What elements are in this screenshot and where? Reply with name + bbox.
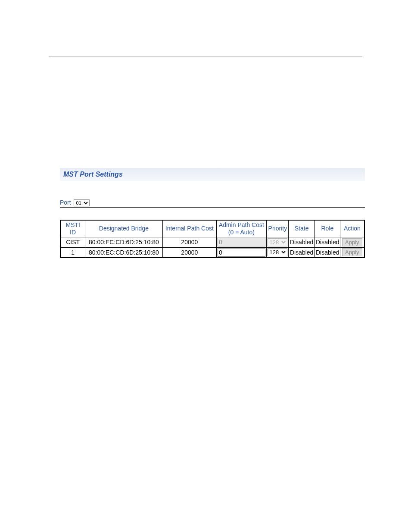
col-header-action: Action [340, 220, 364, 237]
apply-button[interactable]: Apply [342, 248, 362, 256]
cell-priority: 128 [266, 247, 289, 258]
priority-select[interactable]: 128 [268, 248, 288, 256]
table-body: CIST 80:00:EC:CD:6D:25:10:80 20000 128 D… [60, 237, 364, 258]
table-row: CIST 80:00:EC:CD:6D:25:10:80 20000 128 D… [60, 237, 364, 247]
col-header-state: State [289, 220, 315, 237]
cell-state: Disabled [289, 247, 315, 258]
cell-designated-bridge: 80:00:EC:CD:6D:25:10:80 [85, 247, 162, 258]
cell-role: Disabled [315, 237, 340, 247]
mst-port-table: MSTI ID Designated Bridge Internal Path … [60, 220, 365, 258]
col-header-admin-path-cost: Admin Path Cost (0 = Auto) [217, 220, 266, 237]
table-row: 1 80:00:EC:CD:6D:25:10:80 20000 128 Disa… [60, 247, 364, 258]
cell-action: Apply [340, 247, 364, 258]
col-header-internal-path-cost: Internal Path Cost [162, 220, 217, 237]
cell-admin-path-cost [217, 237, 266, 247]
col-header-priority: Priority [266, 220, 289, 237]
cell-internal-path-cost: 20000 [162, 237, 217, 247]
cell-msti-id: 1 [60, 247, 85, 258]
top-divider [49, 56, 362, 56]
admin-path-cost-input[interactable] [218, 248, 265, 257]
cell-admin-path-cost [217, 247, 266, 258]
cell-action: Apply [340, 237, 364, 247]
admin-path-cost-label-line2: (0 = Auto) [228, 229, 255, 236]
cell-role: Disabled [315, 247, 340, 258]
col-header-role: Role [315, 220, 340, 237]
table-header-row: MSTI ID Designated Bridge Internal Path … [60, 220, 364, 237]
apply-button[interactable]: Apply [342, 238, 362, 246]
port-selector-row: Port 01 [60, 199, 365, 208]
cell-designated-bridge: 80:00:EC:CD:6D:25:10:80 [85, 237, 162, 247]
port-select[interactable]: 01 [74, 199, 90, 206]
port-label: Port [60, 199, 71, 206]
cell-internal-path-cost: 20000 [162, 247, 217, 258]
col-header-designated-bridge: Designated Bridge [85, 220, 162, 237]
priority-select[interactable]: 128 [268, 238, 288, 246]
cell-priority: 128 [266, 237, 289, 247]
admin-path-cost-label-line1: Admin Path Cost [219, 221, 264, 228]
cell-msti-id: CIST [60, 237, 85, 247]
cell-state: Disabled [289, 237, 315, 247]
page-title: MST Port Settings [60, 168, 365, 181]
admin-path-cost-input[interactable] [218, 238, 265, 246]
col-header-msti-id: MSTI ID [60, 220, 85, 237]
